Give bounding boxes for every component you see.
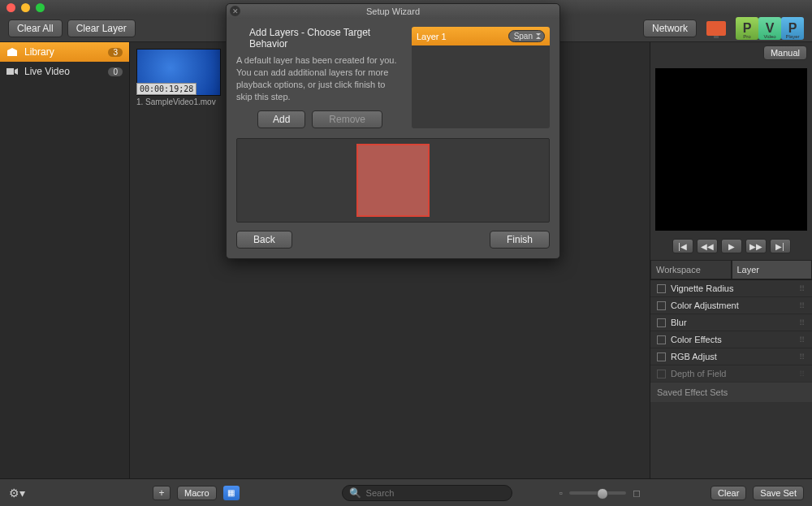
effect-checkbox[interactable] bbox=[657, 284, 666, 293]
dialog-title: Setup Wizard bbox=[366, 6, 420, 16]
screen-rect[interactable] bbox=[356, 144, 430, 217]
drag-handle-icon[interactable]: ⠿ bbox=[799, 370, 806, 378]
search-icon: 🔍 bbox=[349, 487, 361, 499]
camera-icon bbox=[6, 67, 18, 76]
effect-row[interactable]: Color Effects⠿ bbox=[650, 331, 812, 348]
effect-label: Color Effects bbox=[671, 335, 722, 344]
search-field[interactable]: 🔍 bbox=[342, 485, 512, 501]
drag-handle-icon[interactable]: ⠿ bbox=[799, 284, 806, 293]
minimize-window[interactable] bbox=[21, 3, 30, 12]
dialog-subtitle: Add Layers - Choose Target Behavior bbox=[236, 27, 404, 50]
thumbnail-filename: 1. SampleVideo1.mov bbox=[136, 97, 221, 106]
drag-handle-icon[interactable]: ⠿ bbox=[799, 318, 806, 327]
close-icon[interactable]: ✕ bbox=[230, 6, 240, 16]
effect-checkbox[interactable] bbox=[657, 318, 666, 327]
layer-name: Layer 1 bbox=[417, 32, 447, 41]
search-input[interactable] bbox=[366, 488, 505, 498]
effect-row[interactable]: Vignette Radius⠿ bbox=[650, 280, 812, 297]
effect-row[interactable]: Depth of Field⠿ bbox=[650, 365, 812, 383]
drag-handle-icon[interactable]: ⠿ bbox=[799, 352, 806, 361]
remove-layer-button[interactable]: Remove bbox=[312, 110, 382, 128]
layer-row[interactable]: Layer 1 Span bbox=[412, 27, 550, 45]
dialog-titlebar: ✕ Setup Wizard bbox=[227, 4, 559, 19]
layer-mode-select[interactable]: Span bbox=[508, 30, 545, 42]
logo-video: VVideo bbox=[758, 17, 781, 40]
logo-player: PPlayer bbox=[781, 17, 804, 40]
rewind-button[interactable]: ◀◀ bbox=[697, 239, 718, 253]
sidebar-badge: 0 bbox=[108, 67, 123, 76]
effect-checkbox[interactable] bbox=[657, 352, 666, 361]
skip-back-button[interactable]: |◀ bbox=[672, 239, 693, 253]
finish-button[interactable]: Finish bbox=[490, 231, 550, 249]
effect-checkbox[interactable] bbox=[657, 301, 666, 310]
add-button[interactable]: + bbox=[153, 486, 171, 500]
close-window[interactable] bbox=[6, 3, 15, 12]
media-thumbnail[interactable]: 00:00:19;28 1. SampleVideo1.mov bbox=[136, 49, 221, 106]
output-monitor-icon[interactable] bbox=[706, 21, 726, 36]
transport-controls: |◀ ◀◀ ▶ ▶▶ ▶| bbox=[650, 239, 812, 253]
tab-layer[interactable]: Layer bbox=[732, 260, 813, 279]
zoom-window[interactable] bbox=[36, 3, 45, 12]
preview-output bbox=[655, 68, 807, 231]
settings-menu[interactable]: ⚙︎▾ bbox=[8, 486, 26, 500]
saved-effects-header: Saved Effect Sets bbox=[650, 383, 812, 402]
drag-handle-icon[interactable]: ⠿ bbox=[799, 335, 806, 344]
sidebar-item-label: Library bbox=[24, 46, 54, 58]
bottom-toolbar: ⚙︎▾ + Macro ▦ 🔍 ▫ ◻ Clear Save Set bbox=[0, 478, 812, 506]
manual-button[interactable]: Manual bbox=[763, 45, 807, 60]
sidebar-item-label: Live Video bbox=[24, 66, 70, 77]
layer-list: Layer 1 Span bbox=[412, 27, 550, 128]
thumbnail-size-slider[interactable] bbox=[569, 491, 626, 495]
effect-checkbox[interactable] bbox=[657, 370, 666, 378]
sidebar-item-library[interactable]: Library 3 bbox=[0, 42, 129, 62]
sidebar-item-live-video[interactable]: Live Video 0 bbox=[0, 62, 129, 81]
setup-wizard-dialog: ✕ Setup Wizard Add Layers - Choose Targe… bbox=[226, 3, 560, 259]
effect-label: Color Adjustment bbox=[671, 301, 739, 310]
clear-all-button[interactable]: Clear All bbox=[8, 19, 63, 37]
macro-button[interactable]: Macro bbox=[177, 486, 217, 500]
effect-label: Vignette Radius bbox=[671, 283, 733, 293]
effect-checkbox[interactable] bbox=[657, 335, 666, 344]
play-button[interactable]: ▶ bbox=[721, 239, 742, 253]
fast-forward-button[interactable]: ▶▶ bbox=[745, 239, 767, 253]
left-sidebar: Library 3 Live Video 0 bbox=[0, 42, 130, 478]
clear-button[interactable]: Clear bbox=[710, 486, 746, 500]
effect-label: Depth of Field bbox=[671, 369, 726, 378]
effect-label: RGB Adjust bbox=[671, 352, 717, 361]
sidebar-badge: 3 bbox=[108, 48, 123, 57]
effects-list: Vignette Radius⠿ Color Adjustment⠿ Blur⠿… bbox=[650, 280, 812, 478]
save-set-button[interactable]: Save Set bbox=[753, 486, 804, 500]
skip-forward-button[interactable]: ▶| bbox=[770, 239, 791, 253]
grid-mode-icon[interactable]: ▦ bbox=[223, 486, 240, 500]
scale-large-icon: ◻ bbox=[633, 487, 641, 499]
clear-layer-button[interactable]: Clear Layer bbox=[67, 19, 136, 37]
thumbnail-timecode: 00:00:19;28 bbox=[136, 83, 197, 95]
inspector-tabs: Workspace Layer bbox=[650, 260, 812, 280]
add-layer-button[interactable]: Add bbox=[257, 110, 305, 128]
back-button[interactable]: Back bbox=[236, 231, 292, 249]
app-logo-group: PPro VVideo PPlayer bbox=[736, 17, 804, 40]
inspector-panel: Manual |◀ ◀◀ ▶ ▶▶ ▶| Workspace Layer Vig… bbox=[650, 42, 812, 478]
screen-layout-preview bbox=[236, 138, 550, 223]
effect-row[interactable]: RGB Adjust⠿ bbox=[650, 348, 812, 365]
logo-pro: PPro bbox=[736, 17, 758, 40]
dialog-description: A default layer has been created for you… bbox=[236, 54, 404, 102]
library-icon bbox=[6, 47, 18, 57]
network-button[interactable]: Network bbox=[643, 19, 697, 37]
effect-row[interactable]: Color Adjustment⠿ bbox=[650, 297, 812, 314]
scale-small-icon: ▫ bbox=[559, 487, 563, 499]
drag-handle-icon[interactable]: ⠿ bbox=[799, 301, 806, 310]
tab-workspace[interactable]: Workspace bbox=[650, 260, 732, 279]
effect-row[interactable]: Blur⠿ bbox=[650, 314, 812, 331]
effect-label: Blur bbox=[671, 318, 687, 327]
